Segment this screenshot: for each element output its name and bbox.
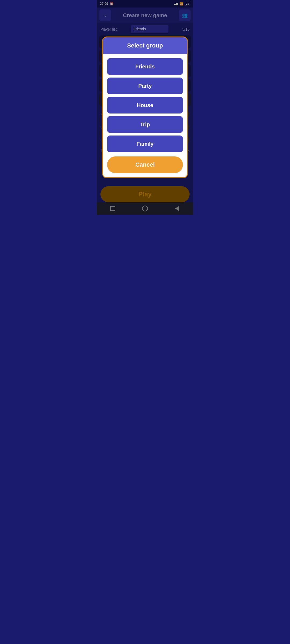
modal-title: Select group [127, 42, 163, 49]
group-house-button[interactable]: House [107, 97, 183, 114]
group-trip-button[interactable]: Trip [107, 116, 183, 133]
group-party-button[interactable]: Party [107, 78, 183, 94]
modal-header: Select group [103, 37, 187, 54]
group-family-button[interactable]: Family [107, 136, 183, 152]
select-group-modal: Select group Friends Party House Trip Fa… [102, 36, 188, 178]
modal-body: Friends Party House Trip Family Cancel [103, 54, 187, 177]
modal-overlay: Select group Friends Party House Trip Fa… [97, 0, 193, 215]
cancel-button[interactable]: Cancel [107, 156, 183, 173]
group-friends-button[interactable]: Friends [107, 58, 183, 75]
